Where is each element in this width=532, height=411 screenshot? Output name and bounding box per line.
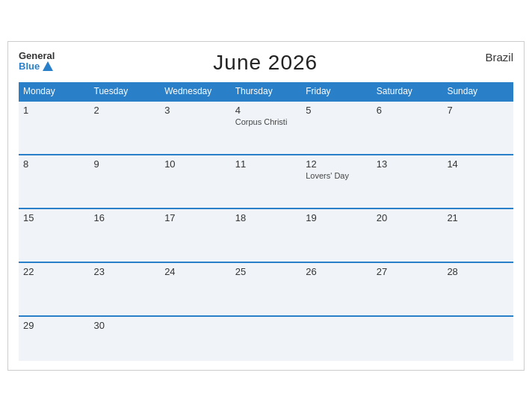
table-row: 24 [160,262,231,316]
day-number: 18 [235,212,297,223]
table-row: 25 [231,262,302,316]
day-number: 6 [377,105,439,116]
table-row: 18 [231,208,302,262]
table-row: 1 [19,101,90,155]
table-row: 5 [301,101,372,155]
day-number: 21 [447,212,509,223]
day-number: 24 [164,266,226,277]
event-label: Lovers' Day [306,171,368,180]
table-row: 10 [160,155,231,208]
table-row: 6 [372,101,443,155]
day-number: 9 [94,158,156,170]
table-row: 23 [90,262,161,316]
table-row: 2 [90,101,161,155]
calendar-week-row: 1234Corpus Christi567 [19,101,513,155]
table-row: 13 [372,155,443,208]
table-row [372,316,443,361]
table-row: 21 [442,208,513,262]
calendar-header: General Blue June 2026 Brazil [19,51,513,75]
table-row: 26 [301,262,372,316]
day-number: 3 [164,105,226,116]
table-row: 16 [90,208,161,262]
day-number: 10 [164,158,226,170]
table-row: 9 [90,155,161,208]
logo-general-text: General [19,51,55,61]
table-row: 15 [19,208,90,262]
logo-blue-text: Blue [19,61,55,72]
table-row: 19 [301,208,372,262]
day-number: 15 [23,212,85,223]
header-wednesday: Wednesday [160,82,231,101]
header-friday: Friday [301,82,372,101]
table-row: 28 [442,262,513,316]
day-number: 23 [94,266,156,277]
day-number: 27 [377,266,439,277]
day-number: 2 [94,105,156,116]
table-row: 30 [90,316,161,361]
calendar-title: June 2026 [55,51,476,75]
day-number: 17 [164,212,226,223]
calendar-grid: Monday Tuesday Wednesday Thursday Friday… [19,82,513,361]
day-number: 13 [377,158,439,170]
table-row: 29 [19,316,90,361]
day-number: 25 [235,266,297,277]
day-number: 29 [23,320,85,331]
day-number: 12 [306,158,368,170]
day-number: 11 [235,158,297,170]
table-row [301,316,372,361]
table-row [442,316,513,361]
header-tuesday: Tuesday [90,82,161,101]
calendar-week-row: 2930 [19,316,513,361]
header-monday: Monday [19,82,90,101]
table-row: 12Lovers' Day [301,155,372,208]
table-row: 14 [442,155,513,208]
table-row: 27 [372,262,443,316]
table-row [231,316,302,361]
day-number: 20 [377,212,439,223]
table-row [160,316,231,361]
day-number: 5 [306,105,368,116]
weekday-header-row: Monday Tuesday Wednesday Thursday Friday… [19,82,513,101]
day-number: 7 [447,105,509,116]
table-row: 3 [160,101,231,155]
event-label: Corpus Christi [235,117,297,126]
calendar-wrapper: General Blue June 2026 Brazil Monday Tue… [7,41,525,371]
day-number: 26 [306,266,368,277]
day-number: 4 [235,105,297,116]
logo: General Blue [19,51,55,72]
calendar-week-row: 89101112Lovers' Day1314 [19,155,513,208]
table-row: 11 [231,155,302,208]
header-saturday: Saturday [372,82,443,101]
logo-triangle-icon [43,61,53,71]
header-thursday: Thursday [231,82,302,101]
day-number: 14 [447,158,509,170]
table-row: 20 [372,208,443,262]
day-number: 1 [23,105,85,116]
day-number: 28 [447,266,509,277]
table-row: 8 [19,155,90,208]
country-label: Brazil [476,51,513,64]
table-row: 7 [442,101,513,155]
day-number: 19 [306,212,368,223]
day-number: 16 [94,212,156,223]
table-row: 22 [19,262,90,316]
table-row: 17 [160,208,231,262]
day-number: 8 [23,158,85,170]
day-number: 22 [23,266,85,277]
calendar-week-row: 15161718192021 [19,208,513,262]
table-row: 4Corpus Christi [231,101,302,155]
calendar-week-row: 22232425262728 [19,262,513,316]
day-number: 30 [94,320,156,331]
header-sunday: Sunday [442,82,513,101]
